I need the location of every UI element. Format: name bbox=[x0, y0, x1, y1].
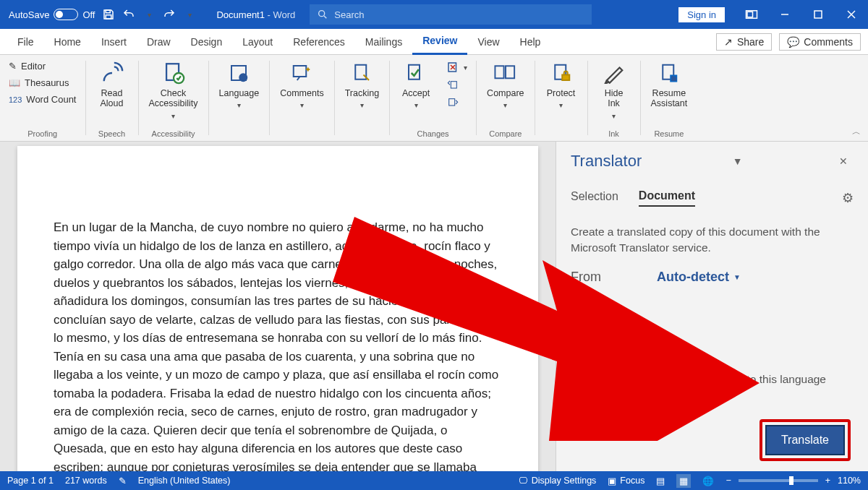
save-icon[interactable] bbox=[102, 8, 115, 21]
group-protect: Protect▾ bbox=[535, 55, 587, 141]
previous-change-button[interactable] bbox=[443, 78, 470, 93]
zoom-out-icon[interactable]: − bbox=[726, 476, 731, 486]
comments-button[interactable]: 💬Comments bbox=[779, 33, 861, 51]
read-aloud-button[interactable]: Read Aloud bbox=[92, 59, 132, 111]
tab-help[interactable]: Help bbox=[510, 29, 551, 55]
tab-mailings[interactable]: Mailings bbox=[355, 29, 412, 55]
status-page[interactable]: Page 1 of 1 bbox=[7, 476, 54, 486]
protect-icon bbox=[549, 61, 574, 85]
tab-review[interactable]: Review bbox=[412, 29, 467, 55]
new-comment-icon bbox=[289, 61, 314, 85]
editor-icon: ✎ bbox=[9, 61, 17, 72]
group-label: Resume bbox=[654, 129, 684, 139]
toggle-off-icon bbox=[54, 9, 78, 20]
translator-tab-selection[interactable]: Selection bbox=[571, 190, 618, 206]
read-aloud-icon bbox=[100, 61, 124, 85]
group-comments: Comments▾ bbox=[270, 55, 333, 141]
signin-button[interactable]: Sign in bbox=[678, 7, 725, 22]
svg-rect-4 bbox=[747, 12, 753, 17]
next-change-button[interactable] bbox=[443, 95, 470, 110]
gear-icon[interactable]: ⚙ bbox=[842, 190, 854, 206]
group-label: Ink bbox=[608, 129, 619, 139]
comments-dropdown[interactable]: Comments▾ bbox=[276, 59, 328, 111]
ink-icon bbox=[602, 61, 626, 85]
group-ink: Hide Ink▾ Ink bbox=[588, 55, 640, 141]
ribbon-tabs: File Home Insert Draw Design Layout Refe… bbox=[0, 29, 868, 55]
resume-assistant-button[interactable]: in Resume Assistant bbox=[647, 59, 692, 111]
tab-references[interactable]: References bbox=[283, 29, 355, 55]
group-changes: Accept▾ ▾ Changes bbox=[390, 55, 476, 141]
status-spellcheck-icon[interactable]: ✎ bbox=[119, 476, 127, 486]
protect-button[interactable]: Protect▾ bbox=[541, 59, 582, 111]
autosave-toggle[interactable]: AutoSave Off bbox=[9, 9, 95, 20]
group-accessibility: Check Accessibility▾ Accessibility bbox=[139, 55, 208, 141]
status-language[interactable]: English (United States) bbox=[138, 476, 231, 486]
document-page: En un lugar de la Mancha, de cuyo nombre… bbox=[17, 146, 538, 471]
tracking-icon bbox=[349, 61, 374, 85]
tab-home[interactable]: Home bbox=[44, 29, 91, 55]
reject-button[interactable]: ▾ bbox=[443, 59, 470, 75]
maximize-button[interactable] bbox=[801, 0, 835, 29]
redo-icon[interactable] bbox=[163, 8, 176, 21]
minimize-button[interactable] bbox=[768, 0, 801, 29]
word-count-button[interactable]: 123Word Count bbox=[6, 93, 80, 106]
qat-customize-icon[interactable]: ▾ bbox=[183, 8, 196, 21]
tab-view[interactable]: View bbox=[467, 29, 509, 55]
tracking-dropdown[interactable]: Tracking▾ bbox=[341, 59, 383, 111]
title-bar-right: Sign in bbox=[678, 0, 868, 29]
tab-layout[interactable]: Layout bbox=[232, 29, 283, 55]
thesaurus-button[interactable]: 📖Thesaurus bbox=[6, 76, 80, 90]
view-print-layout-icon[interactable]: ▦ bbox=[676, 474, 691, 488]
group-speech: Read Aloud Speech bbox=[86, 55, 138, 141]
group-label: Changes bbox=[417, 129, 449, 139]
tab-insert[interactable]: Insert bbox=[91, 29, 137, 55]
word-count-icon: 123 bbox=[9, 95, 22, 104]
svg-rect-20 bbox=[506, 66, 514, 78]
zoom-value[interactable]: 110% bbox=[838, 476, 861, 486]
ribbon-display-options-icon[interactable] bbox=[735, 0, 768, 29]
pane-close-icon[interactable]: ✕ bbox=[833, 155, 854, 167]
close-button[interactable] bbox=[835, 0, 868, 29]
zoom-in-icon[interactable]: + bbox=[825, 476, 830, 486]
undo-dropdown-icon[interactable]: ▾ bbox=[142, 8, 156, 21]
always-translate-hint: Always translate to this language bbox=[662, 373, 826, 386]
display-settings-button[interactable]: 🖵Display Settings bbox=[519, 476, 597, 486]
next-icon bbox=[446, 97, 459, 108]
document-area[interactable]: En un lugar de la Mancha, de cuyo nombre… bbox=[0, 142, 556, 471]
pane-options-icon[interactable]: ▼ bbox=[727, 155, 749, 167]
status-word-count[interactable]: 217 words bbox=[65, 476, 107, 486]
editor-button[interactable]: ✎Editor bbox=[6, 59, 80, 73]
focus-mode-button[interactable]: ▣Focus bbox=[608, 476, 644, 486]
accept-button[interactable]: Accept▾ bbox=[396, 59, 436, 111]
share-button[interactable]: ↗Share bbox=[716, 33, 772, 51]
svg-rect-22 bbox=[562, 75, 569, 81]
zoom-slider[interactable] bbox=[739, 479, 818, 482]
group-label: Accessibility bbox=[152, 129, 195, 139]
group-label bbox=[238, 129, 240, 139]
translator-tab-document[interactable]: Document bbox=[639, 189, 695, 207]
collapse-ribbon-icon[interactable]: ︿ bbox=[852, 126, 861, 138]
language-button[interactable]: Language▾ bbox=[215, 59, 264, 111]
thesaurus-icon: 📖 bbox=[9, 77, 20, 88]
focus-icon: ▣ bbox=[608, 476, 616, 486]
prev-icon bbox=[446, 79, 459, 91]
accept-icon bbox=[404, 61, 428, 85]
translator-description: Create a translated copy of this documen… bbox=[571, 224, 854, 257]
undo-icon[interactable] bbox=[122, 8, 135, 21]
tab-file[interactable]: File bbox=[7, 29, 44, 55]
view-read-mode-icon[interactable]: ▤ bbox=[656, 476, 665, 486]
zoom-control[interactable]: − + 110% bbox=[726, 476, 861, 486]
search-box[interactable]: Search bbox=[310, 4, 592, 25]
view-web-layout-icon[interactable]: 🌐 bbox=[702, 476, 714, 486]
tab-draw[interactable]: Draw bbox=[137, 29, 181, 55]
check-accessibility-button[interactable]: Check Accessibility▾ bbox=[145, 59, 203, 121]
svg-rect-1 bbox=[106, 15, 112, 19]
translate-button[interactable]: Translate bbox=[765, 425, 845, 455]
hide-ink-button[interactable]: Hide Ink▾ bbox=[594, 59, 634, 121]
svg-rect-13 bbox=[294, 66, 307, 77]
from-language-dropdown[interactable]: From Auto-detect ▼ bbox=[571, 270, 854, 285]
compare-button[interactable]: Compare▾ bbox=[482, 59, 528, 111]
tab-design[interactable]: Design bbox=[181, 29, 233, 55]
svg-rect-0 bbox=[106, 10, 111, 13]
group-proofing: ✎Editor 📖Thesaurus 123Word Count Proofin… bbox=[0, 55, 85, 141]
